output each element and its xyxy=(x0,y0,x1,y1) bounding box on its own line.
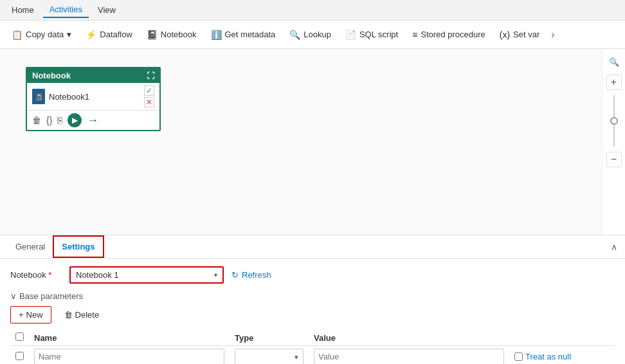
notebook-dropdown-value: Notebook 1 xyxy=(76,270,119,280)
zoom-out-button[interactable]: − xyxy=(606,152,622,167)
required-marker: * xyxy=(46,270,52,280)
delete-button[interactable]: 🗑 Delete xyxy=(57,307,107,323)
nav-view[interactable]: View xyxy=(91,3,122,17)
notebook-expand-icon[interactable]: ⛶ xyxy=(147,71,154,80)
notebook-block-actions: 🗑 {} ⎘ ▶ → xyxy=(27,111,159,130)
row-treat-null-cell: Treat as null xyxy=(509,346,615,365)
parameters-table: Name Type Value xyxy=(10,330,615,364)
th-type: Type xyxy=(230,330,309,346)
zoom-thumb[interactable] xyxy=(610,117,618,125)
canvas[interactable]: Notebook ⛶ 📓 Notebook1 ✓ ✕ 🗑 {} ⎘ ▶ → xyxy=(0,49,602,235)
notebook-field-label: Notebook * xyxy=(10,270,62,280)
sql-script-button[interactable]: 📄 SQL script xyxy=(339,27,404,42)
main-canvas-area: Notebook ⛶ 📓 Notebook1 ✓ ✕ 🗑 {} ⎘ ▶ → 🔍 … xyxy=(0,49,625,235)
status-x-icon: ✕ xyxy=(144,97,154,107)
notebook-dropdown[interactable]: Notebook 1 ▾ xyxy=(69,266,224,284)
notebook-block-body: 📓 Notebook1 ✓ ✕ xyxy=(27,83,159,111)
notebook-item-name: Notebook1 xyxy=(49,92,140,102)
plus-icon: + xyxy=(19,310,24,320)
tab-settings[interactable]: Settings xyxy=(53,235,104,258)
row-checkbox-cell xyxy=(10,346,29,365)
base-parameters-row[interactable]: ∨ Base parameters xyxy=(10,291,615,301)
stored-procedure-icon: ≡ xyxy=(412,30,417,40)
notebook-block-title: Notebook xyxy=(32,71,71,80)
delete-trash-icon: 🗑 xyxy=(64,310,73,320)
get-metadata-icon: ℹ️ xyxy=(211,30,222,40)
stored-procedure-button[interactable]: ≡ Stored procedure xyxy=(406,27,492,42)
connect-action-icon[interactable]: → xyxy=(87,114,98,127)
treat-as-null-label[interactable]: Treat as null xyxy=(514,352,610,361)
action-buttons-row: + New 🗑 Delete xyxy=(10,306,615,323)
row-value-cell xyxy=(309,346,509,365)
refresh-button[interactable]: ↻ Refresh xyxy=(231,270,271,280)
get-metadata-button[interactable]: ℹ️ Get metadata xyxy=(204,27,282,42)
settings-body: Notebook * Notebook 1 ▾ ↻ Refresh ∨ Base… xyxy=(0,259,625,364)
th-treat-null xyxy=(509,330,615,346)
th-value: Value xyxy=(309,330,509,346)
treat-null-checkbox[interactable] xyxy=(514,352,523,361)
notebook-icon: 📓 xyxy=(147,30,158,40)
set-var-button[interactable]: (x) Set var xyxy=(493,27,547,42)
type-select[interactable]: String Int Boolean Float xyxy=(235,349,303,364)
table-header-row: Name Type Value xyxy=(10,330,615,346)
row-type-cell: String Int Boolean Float xyxy=(230,346,309,365)
nav-home[interactable]: Home xyxy=(5,3,41,17)
copy-action-icon[interactable]: ⎘ xyxy=(57,115,62,125)
zoom-track xyxy=(613,95,615,147)
base-params-label: Base parameters xyxy=(19,291,83,301)
tabs-row: General Settings ∧ xyxy=(0,235,625,259)
notebook-block: Notebook ⛶ 📓 Notebook1 ✓ ✕ 🗑 {} ⎘ ▶ → xyxy=(26,67,161,131)
notebook-field-row: Notebook * Notebook 1 ▾ ↻ Refresh xyxy=(10,266,615,284)
new-button[interactable]: + New xyxy=(10,306,51,323)
sql-script-icon: 📄 xyxy=(345,30,356,40)
toolbar: 📋 Copy data ▾ ⚡ Dataflow 📓 Notebook ℹ️ G… xyxy=(0,21,625,49)
dropdown-chevron-icon: ▾ xyxy=(214,271,217,278)
collapse-panel-button[interactable]: ∧ xyxy=(611,242,617,252)
code-action-icon[interactable]: {} xyxy=(46,115,52,125)
copy-data-button[interactable]: 📋 Copy data ▾ xyxy=(5,27,78,42)
notebook-button[interactable]: 📓 Notebook xyxy=(140,27,203,42)
name-input[interactable] xyxy=(34,349,224,364)
bottom-panel: General Settings ∧ Notebook * Notebook 1… xyxy=(0,235,625,364)
zoom-in-button[interactable]: + xyxy=(606,75,622,90)
zoom-panel: 🔍 + − xyxy=(602,49,625,235)
row-name-cell xyxy=(29,346,230,365)
toolbar-more-button[interactable]: › xyxy=(547,26,558,43)
dropdown-arrow-icon: ▾ xyxy=(67,30,71,39)
type-select-wrap: String Int Boolean Float xyxy=(235,349,303,364)
notebook-file-icon: 📓 xyxy=(32,89,45,104)
dataflow-icon: ⚡ xyxy=(86,30,96,40)
notebook-block-header: Notebook ⛶ xyxy=(27,68,159,83)
table-row: String Int Boolean Float xyxy=(10,346,615,365)
select-all-checkbox[interactable] xyxy=(15,332,24,341)
top-nav: Home Activities View xyxy=(0,0,625,21)
dataflow-button[interactable]: ⚡ Dataflow xyxy=(79,27,139,42)
zoom-search-icon[interactable]: 🔍 xyxy=(606,54,622,69)
value-input[interactable] xyxy=(314,349,504,364)
copy-data-icon: 📋 xyxy=(12,30,23,40)
lookup-icon: 🔍 xyxy=(289,30,300,40)
delete-action-icon[interactable]: 🗑 xyxy=(32,115,41,125)
tab-general[interactable]: General xyxy=(8,237,53,257)
status-icons: ✓ ✕ xyxy=(144,86,154,107)
th-check xyxy=(10,330,29,346)
row-checkbox[interactable] xyxy=(15,352,24,360)
nav-activities[interactable]: Activities xyxy=(43,2,89,18)
run-action-icon[interactable]: ▶ xyxy=(68,113,82,127)
th-name: Name xyxy=(29,330,230,346)
lookup-button[interactable]: 🔍 Lookup xyxy=(283,27,338,42)
status-check-icon: ✓ xyxy=(144,86,154,96)
set-var-icon: (x) xyxy=(500,30,510,40)
base-params-chevron-icon: ∨ xyxy=(10,291,17,301)
refresh-icon: ↻ xyxy=(231,270,239,280)
